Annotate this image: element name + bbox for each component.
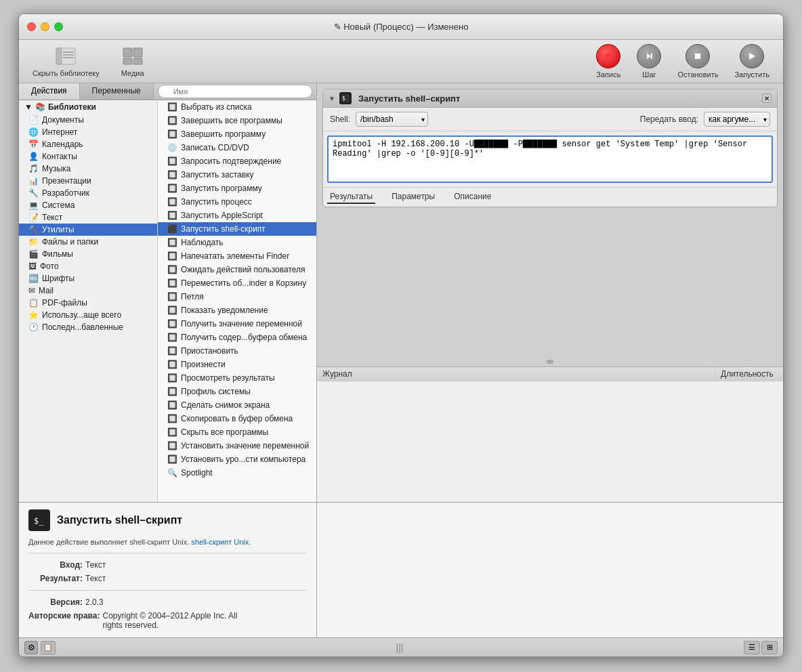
tree-item-internet[interactable]: 🌐 Интернет bbox=[19, 126, 157, 138]
add-button[interactable]: 📋 bbox=[41, 641, 56, 654]
gear-button[interactable]: ⚙ bbox=[24, 641, 38, 654]
shell-tab-description[interactable]: Описание bbox=[451, 190, 494, 204]
action-move-trash[interactable]: 🔲 Переместить об...inder в Корзину bbox=[158, 276, 316, 290]
action-launch-process[interactable]: 🔲 Запустить процесс bbox=[158, 195, 316, 209]
tree-item-pdf[interactable]: 📋 PDF-файлы bbox=[19, 297, 157, 309]
tree-item-system[interactable]: 💻 Система bbox=[19, 199, 157, 211]
maximize-button[interactable] bbox=[54, 22, 63, 31]
media-button[interactable]: Медиа bbox=[116, 43, 150, 80]
action-screensaver[interactable]: 🔲 Запустить заставку bbox=[158, 168, 316, 182]
workflow-canvas[interactable] bbox=[317, 213, 783, 366]
toolbar-right: Запись Шаг Остановить bbox=[591, 41, 775, 81]
action-pause[interactable]: 🔲 Приостановить bbox=[158, 344, 316, 358]
titlebar: ✎ Новый (Процесс) — Изменено bbox=[19, 14, 783, 40]
shell-script-panel: ▼ $ Запустить shell–скрипт ✕ Shell: /bin… bbox=[322, 89, 778, 207]
action-get-clipboard[interactable]: 🔲 Получить содер...буфера обмена bbox=[158, 331, 316, 344]
canvas-resize-handle[interactable] bbox=[547, 360, 553, 364]
action-copy-clipboard[interactable]: 🔲 Скопировать в буфер обмена bbox=[158, 412, 316, 425]
action-icon: 🔲 bbox=[167, 400, 177, 410]
tree-item-files[interactable]: 📁 Файлы и папки bbox=[19, 236, 157, 248]
library-tree: ▼ 📚 Библиотеки 📄 Документы 🌐 Интернет 📅 bbox=[19, 100, 158, 502]
shell-code-area[interactable]: ipmitool -H 192.168.200.10 -U███████ -P█… bbox=[327, 135, 773, 183]
action-icon: 🔲 bbox=[167, 414, 177, 423]
action-quit-app[interactable]: 🔲 Завершить программу bbox=[158, 127, 316, 141]
minimize-button[interactable] bbox=[41, 22, 49, 31]
action-wait-user[interactable]: 🔲 Ожидать действий пользователя bbox=[158, 263, 316, 276]
run-button[interactable]: Запустить bbox=[729, 41, 775, 81]
tree-item-text[interactable]: 📝 Текст bbox=[19, 211, 157, 224]
action-hide-all[interactable]: 🔲 Скрыть все программы bbox=[158, 425, 316, 439]
pass-input-select[interactable]: как аргуме... в stdin bbox=[704, 112, 770, 127]
action-screenshot[interactable]: 🔲 Сделать снимок экрана bbox=[158, 398, 316, 412]
library-header[interactable]: ▼ 📚 Библиотеки bbox=[19, 100, 157, 114]
info-header: $_ Запустить shell–скрипт bbox=[28, 509, 307, 531]
action-icon: 💿 bbox=[167, 143, 177, 152]
action-applescript[interactable]: 🔲 Запустить AppleScript bbox=[158, 209, 316, 222]
action-icon: 🔲 bbox=[167, 319, 177, 329]
action-choose-list[interactable]: 🔲 Выбрать из списка bbox=[158, 100, 316, 114]
log-body bbox=[317, 381, 783, 502]
status-bar: ⚙ 📋 ||| ☰ ⊞ bbox=[19, 637, 783, 656]
action-watch[interactable]: 🔲 Наблюдать bbox=[158, 236, 316, 249]
action-quit-all[interactable]: 🔲 Завершить все программы bbox=[158, 114, 316, 127]
tree-item-fonts[interactable]: 🔤 Шрифты bbox=[19, 272, 157, 285]
tree-item-documents[interactable]: 📄 Документы bbox=[19, 114, 157, 126]
system-icon: 💻 bbox=[28, 201, 39, 210]
action-get-variable[interactable]: 🔲 Получить значение переменной bbox=[158, 317, 316, 331]
stop-button[interactable]: Остановить bbox=[672, 41, 723, 81]
collapse-icon[interactable]: ▼ bbox=[329, 95, 335, 102]
tree-item-music[interactable]: 🎵 Музыка bbox=[19, 163, 157, 175]
hide-library-button[interactable]: Скрыть библиотеку bbox=[27, 43, 105, 80]
shell-tab-results[interactable]: Результаты bbox=[327, 190, 375, 204]
list-view-button[interactable]: ☰ bbox=[744, 641, 760, 654]
music-icon: 🎵 bbox=[28, 164, 39, 173]
action-launch-app[interactable]: 🔲 Запустить программу bbox=[158, 182, 316, 195]
action-notification[interactable]: 🔲 Показать уведомление bbox=[158, 303, 316, 317]
shell-config: Shell: /bin/bash /bin/sh /usr/bin/python… bbox=[323, 108, 777, 131]
input-value: Текст bbox=[85, 560, 106, 570]
shell-tab-params[interactable]: Параметры bbox=[389, 190, 438, 204]
shell-panel-close[interactable]: ✕ bbox=[762, 93, 772, 103]
tree-item-recent[interactable]: 🕐 Последн...бавленные bbox=[19, 321, 157, 333]
media-label: Медиа bbox=[121, 69, 144, 77]
close-button[interactable] bbox=[27, 22, 36, 31]
search-input[interactable] bbox=[158, 85, 312, 98]
info-row-output: Результат: Текст bbox=[28, 574, 307, 583]
step-button[interactable]: Шаг bbox=[631, 41, 667, 81]
text-icon: 📝 bbox=[28, 213, 39, 222]
action-confirm[interactable]: 🔲 Запросить подтверждение bbox=[158, 154, 316, 168]
tree-item-mail[interactable]: ✉ Mail bbox=[19, 285, 157, 297]
tree-item-presentations[interactable]: 📊 Презентации bbox=[19, 175, 157, 187]
spotlight-icon: 🔍 bbox=[167, 468, 177, 478]
tree-item-utilities[interactable]: 🔨 Утилиты bbox=[19, 224, 157, 236]
action-icon: 🔲 bbox=[167, 427, 177, 437]
action-shell-script[interactable]: ⬛ Запустить shell-скрипт bbox=[158, 222, 316, 236]
action-icon: 🔲 bbox=[167, 197, 177, 207]
icon-view-button[interactable]: ⊞ bbox=[761, 641, 778, 654]
tree-item-movies[interactable]: 🎬 Фильмы bbox=[19, 248, 157, 260]
mail-icon: ✉ bbox=[28, 286, 35, 295]
tab-variables[interactable]: Переменные bbox=[80, 83, 154, 100]
left-columns: ▼ 📚 Библиотеки 📄 Документы 🌐 Интернет 📅 bbox=[19, 100, 316, 502]
svg-rect-8 bbox=[133, 58, 142, 64]
action-loop[interactable]: 🔲 Петля bbox=[158, 290, 316, 303]
shell-select[interactable]: /bin/bash /bin/sh /usr/bin/python bbox=[356, 112, 428, 127]
tree-item-developer[interactable]: 🔧 Разработчик bbox=[19, 187, 157, 199]
tree-item-contacts[interactable]: 👤 Контакты bbox=[19, 150, 157, 163]
tree-item-photos[interactable]: 🖼 Фото bbox=[19, 260, 157, 272]
record-button[interactable]: Запись bbox=[591, 41, 626, 81]
tab-actions[interactable]: Действия bbox=[19, 83, 80, 100]
tree-item-most-used[interactable]: ⭐ Использу...аще всего bbox=[19, 309, 157, 321]
log-header: Журнал Длительность bbox=[317, 367, 783, 381]
info-link[interactable]: shell-скрипт Unix. bbox=[191, 538, 251, 546]
action-burn-disc[interactable]: 💿 Записать CD/DVD bbox=[158, 141, 316, 154]
action-view-results[interactable]: 🔲 Просмотреть результаты bbox=[158, 371, 316, 385]
action-print-finder[interactable]: 🔲 Напечатать элементы Finder bbox=[158, 249, 316, 263]
action-set-variable[interactable]: 🔲 Установить значение переменной bbox=[158, 439, 316, 453]
action-say[interactable]: 🔲 Произнести bbox=[158, 358, 316, 371]
tree-item-calendar[interactable]: 📅 Календарь bbox=[19, 138, 157, 150]
action-spotlight[interactable]: 🔍 Spotlight bbox=[158, 466, 316, 480]
action-set-volume[interactable]: 🔲 Установить уро...сти компьютера bbox=[158, 453, 316, 466]
action-system-profile[interactable]: 🔲 Профиль системы bbox=[158, 385, 316, 398]
svg-rect-11 bbox=[651, 54, 652, 59]
